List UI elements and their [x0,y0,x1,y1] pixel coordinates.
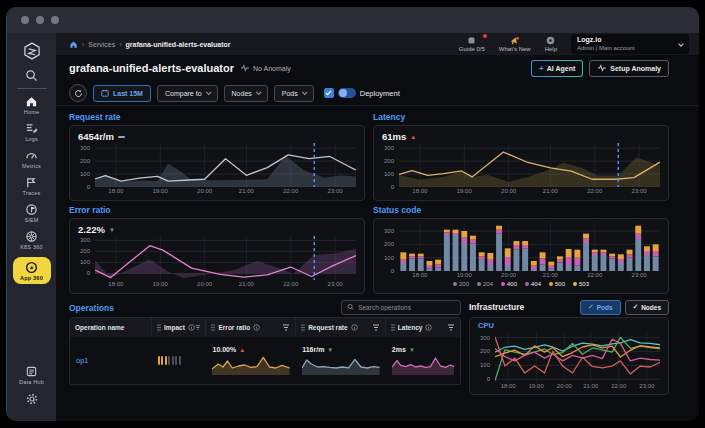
request-rate-value: 6454r/m [78,131,114,142]
charts-grid: Request rate 6454r/m 0100200300 18:0019:… [56,106,699,294]
deployment-control: Deployment [324,88,400,98]
window-minimize-button[interactable] [36,16,44,24]
sort-filter-icon[interactable] [282,324,290,331]
filters-toolbar: Last 15M Compare to Nodes Pods [56,81,699,106]
time-range-button[interactable]: Last 15M [93,85,151,102]
nodes-label: Nodes [641,304,661,311]
column-label: Request rate [308,324,347,331]
infrastructure-section: Infrastructure ✓ Pods ✓ Nodes [469,297,669,395]
drag-handle-icon[interactable] [301,324,305,331]
x-axis: 18:0019:0020:0021:0022:0023:00 [399,271,660,279]
error-ratio-section: Error ratio 2.22% ▼ 0100200300 18:0019:0… [69,201,365,294]
chevron-down-icon [205,89,211,95]
sidebar-item-app-360-active[interactable]: App 360 [13,257,51,284]
account-subtitle: Admin | Main account [577,45,635,52]
column-label: Impact [164,324,185,331]
y-axis: 0100200300 [382,143,396,187]
sidebar-item-k8s-360[interactable]: K8S 360 [20,230,43,250]
table-header-row: Operation name Impact [70,318,460,337]
sidebar-item-label: Traces [23,190,41,196]
calendar-icon [101,89,109,97]
nodes-toggle-button[interactable]: ✓ Nodes [625,300,669,315]
anomaly-pulse-icon [597,64,607,72]
plot-area [95,143,356,187]
info-icon[interactable] [351,324,358,331]
error-ratio-title: Error ratio [69,205,365,215]
whats-new-button[interactable]: What's New [499,36,531,52]
deployment-toggle[interactable] [338,88,356,98]
sort-filter-icon[interactable] [447,324,455,331]
info-icon[interactable] [188,324,195,331]
legend-item[interactable]: 400 [501,281,517,287]
latency-sparkline [392,355,454,375]
account-name: Logz.io [577,36,635,44]
window-zoom-button[interactable] [51,16,59,24]
search-icon [347,303,354,311]
sort-filter-icon[interactable] [195,324,201,331]
sidebar-item-settings[interactable] [25,392,39,406]
table-row[interactable]: op1 10.00%▲ 116r/m▼ [70,337,460,384]
status-code-chart[interactable]: 0100200300 18:0019:0020:0021:0022:0023:0… [373,218,669,294]
column-request-rate[interactable]: Request rate [296,318,386,337]
ai-agent-button[interactable]: + AI Agent [531,60,583,77]
sidebar-item-traces[interactable]: Traces [23,176,41,196]
sidebar-search[interactable] [17,69,47,89]
legend-item[interactable]: 500 [549,281,565,287]
error-ratio-value: 10.00% [212,346,236,353]
setup-anomaly-button[interactable]: Setup Anomaly [589,60,669,77]
chevron-down-icon [256,89,262,95]
info-icon[interactable] [425,324,432,331]
column-impact[interactable]: Impact [152,318,207,337]
sidebar-item-siem[interactable]: SIEM [24,203,38,223]
legend-item[interactable]: 200 [453,281,469,287]
sort-filter-icon[interactable] [372,324,380,331]
request-rate-section: Request rate 6454r/m 0100200300 18:0019:… [69,108,365,201]
refresh-button[interactable] [69,84,87,102]
operations-search[interactable] [341,300,461,315]
drag-handle-icon[interactable] [157,324,161,331]
deployment-checkbox[interactable] [324,88,334,98]
guide-button[interactable]: Guide 0/5 [459,36,485,52]
info-icon[interactable] [253,324,260,331]
check-icon [325,90,332,96]
column-latency[interactable]: Latency [386,318,460,337]
pods-dropdown[interactable]: Pods [274,85,314,102]
whats-new-label: What's New [499,46,531,52]
latency-chart[interactable]: 61ms ▲ 0100200300 18:0019:0020:0021:0022… [373,125,669,201]
breadcrumb-services[interactable]: Services [88,41,115,48]
cpu-chart[interactable]: CPU 0100200300 18:0019:0020:0021:0022:00… [469,317,669,395]
y-axis: 0100200300 [382,223,396,271]
column-error-ratio[interactable]: Error ratio [206,318,296,337]
account-menu[interactable]: Logz.io Admin | Main account [571,34,689,54]
plus-icon: + [539,64,544,73]
request-rate-title: Request rate [69,112,365,122]
logzio-logo-icon[interactable] [22,41,42,61]
request-rate-chart[interactable]: 6454r/m 0100200300 18:0019:0020:0021:002… [69,125,365,201]
operation-link[interactable]: op1 [76,356,89,365]
drag-handle-icon[interactable] [211,324,215,331]
y-axis: 0100200300 [78,143,92,187]
legend-item[interactable]: 204 [477,281,493,287]
legend-item[interactable]: 404 [525,281,541,287]
metrics-icon [25,149,38,162]
setup-anomaly-label: Setup Anomaly [610,65,661,72]
sidebar-item-home[interactable]: Home [24,95,39,115]
pods-toggle-button[interactable]: ✓ Pods [580,300,620,315]
sidebar-item-data-hub[interactable]: Data Hub [19,365,44,385]
plot-area [495,332,660,382]
drag-handle-icon[interactable] [391,324,395,331]
window-close-button[interactable] [21,16,29,24]
operations-search-input[interactable] [358,304,455,311]
help-button[interactable]: Help [545,36,557,52]
sidebar-item-logs[interactable]: Logs [25,122,38,142]
nodes-dropdown[interactable]: Nodes [224,85,268,102]
legend-item[interactable]: 503 [573,281,589,287]
breadcrumb-home-icon[interactable] [69,40,78,49]
sidebar-item-label: Data Hub [19,379,44,385]
column-operation-name[interactable]: Operation name [70,318,152,337]
sidebar-item-metrics[interactable]: Metrics [22,149,41,169]
compare-to-dropdown[interactable]: Compare to [157,85,218,102]
error-ratio-chart[interactable]: 2.22% ▼ 0100200300 18:0019:0020:0021:002… [69,218,365,294]
time-range-label: Last 15M [113,90,143,97]
error-ratio-cell: 10.00%▲ [206,337,296,384]
